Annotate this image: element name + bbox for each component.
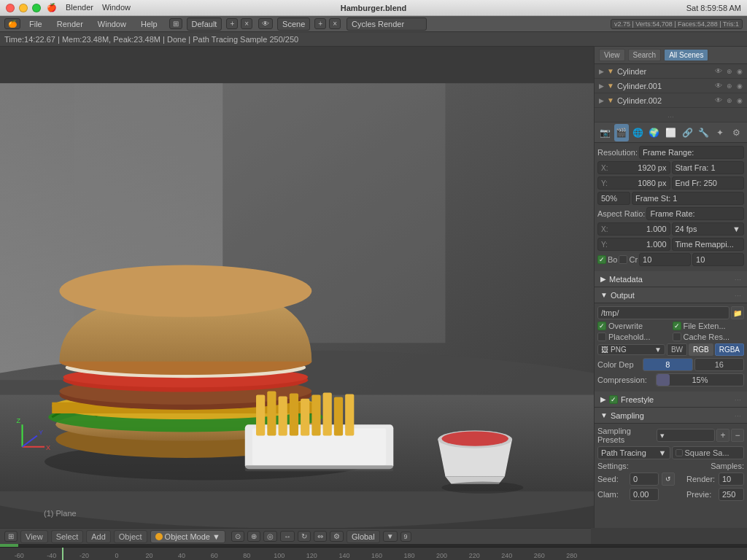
start-fra-field[interactable]: Start Fra: 1 xyxy=(672,161,745,174)
rotate-icon[interactable]: ↻ xyxy=(298,531,311,542)
rgb-button[interactable]: RGB xyxy=(689,343,713,356)
color-depth-16-button[interactable]: 16 xyxy=(694,358,745,371)
res-y-field[interactable]: Y: 1080 px xyxy=(597,176,670,190)
bw-button[interactable]: BW xyxy=(667,343,687,356)
all-scenes-button[interactable]: All Scenes xyxy=(664,49,708,61)
global-arrow-icon[interactable]: ▼ xyxy=(383,531,398,542)
render-icon[interactable]: ◉ xyxy=(737,68,743,75)
metadata-section-header[interactable]: ▶ Metadata ··· xyxy=(595,271,747,287)
layout-icon[interactable]: ⊞ xyxy=(169,18,182,29)
scale-icon[interactable]: ⇔ xyxy=(314,531,327,542)
time-remapping-field[interactable]: Time Remappi... xyxy=(672,238,745,251)
cr-checkbox[interactable] xyxy=(619,255,627,264)
proportional-icon[interactable]: ◎ xyxy=(263,531,277,542)
constraint-prop-icon[interactable]: 🔗 xyxy=(680,124,695,141)
frame-rate-dropdown[interactable]: Frame Rate: xyxy=(646,207,744,220)
transform-icon[interactable]: ↔ xyxy=(280,531,295,542)
layer-btn[interactable]: 9 xyxy=(400,532,411,542)
maximize-button[interactable] xyxy=(32,4,41,12)
particle-prop-icon[interactable]: ✦ xyxy=(713,124,728,141)
search-button[interactable]: Search xyxy=(628,49,662,61)
val1-field[interactable]: 10 xyxy=(639,253,691,266)
bo-checkbox[interactable]: ✓ xyxy=(597,255,606,264)
val2-field[interactable]: 10 xyxy=(692,253,744,266)
seed-field[interactable]: 0 xyxy=(630,472,659,486)
eye-icon[interactable]: 👁 xyxy=(715,67,722,75)
square-samples-button[interactable]: Square Sa... xyxy=(672,446,745,459)
eye-icon2[interactable]: 👁 xyxy=(715,82,722,90)
aspect-y-field[interactable]: Y: 1.000 xyxy=(597,238,670,251)
object-mode-dropdown[interactable]: Object Mode ▼ xyxy=(150,530,225,543)
outliner-item-cylinder001[interactable]: ▶ ▼ Cylinder.001 👁 ⊕ ◉ xyxy=(595,79,747,93)
pivot-icon[interactable]: ⊙ xyxy=(231,531,244,542)
view-icon[interactable]: 👁 xyxy=(258,18,273,29)
output-path-field[interactable]: /tmp/ xyxy=(597,306,729,319)
viewport-type-icon[interactable]: ⊞ xyxy=(4,531,18,542)
select-menu-button[interactable]: Select xyxy=(51,530,84,543)
res-x-field[interactable]: X: 1920 px xyxy=(597,161,670,174)
modifier-prop-icon[interactable]: 🔧 xyxy=(696,124,711,141)
world-prop-icon[interactable]: 🌍 xyxy=(647,124,662,141)
plus-icon[interactable]: + xyxy=(226,18,238,29)
cache-res-checkbox[interactable] xyxy=(673,332,681,341)
blender-mac-menu[interactable]: Blender xyxy=(66,3,93,12)
color-depth-8-button[interactable]: 8 xyxy=(643,358,693,371)
window-mac-menu[interactable]: Window xyxy=(102,3,131,12)
frame-range-dropdown[interactable]: Frame Range: xyxy=(639,146,744,159)
clam-field[interactable]: 0.00 xyxy=(630,488,659,501)
outliner-item-cylinder[interactable]: ▶ ▼ Cylinder 👁 ⊕ ◉ xyxy=(595,64,747,79)
scene-dropdown[interactable]: Scene xyxy=(277,18,310,31)
layout-dropdown[interactable]: Default xyxy=(187,18,222,31)
square-samples-checkbox[interactable] xyxy=(676,449,683,456)
preset-remove-button[interactable]: − xyxy=(731,429,744,442)
percent-field[interactable]: 50% xyxy=(597,192,630,205)
frame-st-field[interactable]: Frame St: 1 xyxy=(632,192,744,205)
fps-dropdown[interactable]: 24 fps ▼ xyxy=(672,222,745,236)
add-menu-button[interactable]: Add xyxy=(86,530,111,543)
blender-logo[interactable]: 🍊 xyxy=(4,18,20,29)
sampling-section-header[interactable]: ▼ Sampling ··· xyxy=(595,408,747,424)
end-fr-field[interactable]: End Fr: 250 xyxy=(672,176,745,190)
object-menu-button[interactable]: Object xyxy=(114,530,147,543)
freestyle-section-header[interactable]: ▶ ✓ Freestyle ··· xyxy=(595,392,747,408)
view-button[interactable]: View xyxy=(599,49,625,61)
cursor-icon2[interactable]: ⊕ xyxy=(727,82,732,90)
physics-prop-icon[interactable]: ⚙ xyxy=(729,124,745,141)
cursor-icon3[interactable]: ⊕ xyxy=(727,97,732,104)
render-menu[interactable]: Render xyxy=(51,18,89,30)
outliner-item-cylinder002[interactable]: ▶ ▼ Cylinder.002 👁 ⊕ ◉ xyxy=(595,93,747,108)
render-icon3[interactable]: ◉ xyxy=(737,97,743,104)
global-dropdown[interactable]: Global xyxy=(347,530,380,543)
timeline-ruler[interactable]: -60 -40 -20 0 20 40 60 80 100 120 140 16… xyxy=(0,548,591,561)
x2-icon[interactable]: × xyxy=(329,18,341,29)
placeholder-checkbox[interactable] xyxy=(597,332,606,341)
freestyle-checkbox[interactable]: ✓ xyxy=(609,395,618,404)
manipulator-icon[interactable]: ⚙ xyxy=(330,531,344,542)
folder-button[interactable]: 📁 xyxy=(731,306,744,319)
previe-field[interactable]: 250 xyxy=(719,488,744,501)
preset-add-button[interactable]: + xyxy=(716,429,729,442)
overwrite-checkbox[interactable]: ✓ xyxy=(597,322,606,330)
apple-menu-item[interactable]: 🍎 xyxy=(47,3,57,12)
window-menu[interactable]: Window xyxy=(92,18,132,30)
minimize-button[interactable] xyxy=(19,4,28,12)
x-icon[interactable]: × xyxy=(241,18,252,29)
object-prop-icon[interactable]: ⬜ xyxy=(663,124,678,141)
engine-dropdown[interactable]: Cycles Render xyxy=(347,18,427,31)
rgba-button[interactable]: RGBA xyxy=(715,343,744,356)
help-menu[interactable]: Help xyxy=(135,18,163,30)
snap-icon[interactable]: ⊕ xyxy=(247,531,260,542)
compression-field[interactable]: 15% xyxy=(656,373,744,386)
render-icon2[interactable]: ◉ xyxy=(737,82,743,90)
render-field[interactable]: 10 xyxy=(719,472,744,486)
format-dropdown[interactable]: 🖼 PNG ▼ xyxy=(597,344,665,355)
aspect-x-field[interactable]: X: 1.000 xyxy=(597,222,670,236)
scene-prop-icon[interactable]: 🌐 xyxy=(630,124,646,141)
view-menu-button[interactable]: View xyxy=(20,530,48,543)
close-button[interactable] xyxy=(6,4,15,12)
cursor-icon[interactable]: ⊕ xyxy=(727,68,732,75)
path-tracing-dropdown[interactable]: Path Tracing ▼ xyxy=(597,446,670,459)
viewport[interactable]: X Z Y (1) Plane xyxy=(0,47,594,528)
plus2-icon[interactable]: + xyxy=(314,18,326,29)
timeline[interactable]: -60 -40 -20 0 20 40 60 80 100 120 140 16… xyxy=(0,547,747,560)
